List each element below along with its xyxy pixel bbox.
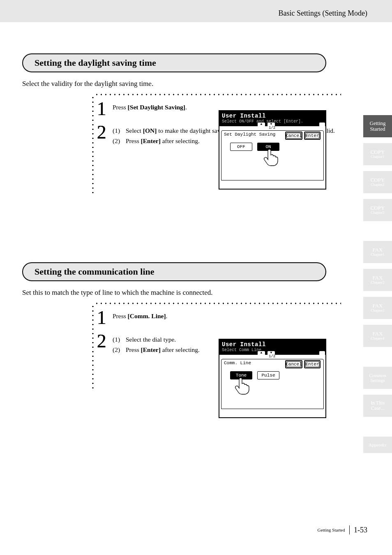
- t: Common: [363, 373, 392, 378]
- dots-vertical-2: [92, 304, 94, 391]
- heading-commline-text: Setting the communication line: [35, 266, 154, 277]
- t: Chapter4: [363, 337, 392, 341]
- step-1-bold: [Set Daylight Saving]: [128, 104, 185, 111]
- step-number-2: 2: [95, 124, 108, 146]
- t: Select: [126, 127, 143, 134]
- screenshot-daylight: User Install Select ON/OFF and select [E…: [219, 110, 326, 190]
- hand-icon-2: [233, 377, 250, 395]
- hand-icon: [262, 148, 279, 166]
- step-2a-num: (1): [113, 126, 124, 135]
- t: Chapter2: [363, 183, 392, 187]
- tab-spacer-2: [363, 353, 392, 367]
- tab-spacer: [363, 227, 392, 241]
- shot-tab-prev[interactable]: ▲: [257, 122, 265, 126]
- shot-title: User Install: [222, 113, 323, 119]
- t: [Enter]: [141, 346, 161, 353]
- t: Chapter1: [363, 155, 392, 159]
- t: Appendix: [363, 442, 392, 447]
- t: Chapter1: [363, 253, 392, 257]
- t: Case...: [363, 406, 392, 411]
- footer-divider: [349, 525, 350, 534]
- step-1b-body: Press [Comm. Line].: [113, 309, 341, 326]
- t: Chapter2: [363, 281, 392, 285]
- pulse-button[interactable]: Pulse: [257, 371, 279, 379]
- shot-page: 1/2: [269, 126, 275, 130]
- t: FAX: [363, 275, 392, 281]
- tab-common-settings[interactable]: CommonSettings: [363, 367, 392, 389]
- intro-commline: Set this to match the type of line to wh…: [22, 289, 326, 297]
- tab-fax-1[interactable]: FAXChapter1: [363, 241, 392, 263]
- t: .: [166, 312, 168, 319]
- page: Basic Settings (Setting Mode) Setting th…: [0, 0, 392, 555]
- page-footer: Getting Started 1-53: [318, 525, 367, 534]
- step-2b-num: (2): [113, 136, 124, 146]
- shot2-scroll-top[interactable]: [319, 351, 325, 355]
- tab-spacer-3: [363, 423, 392, 437]
- shot2-tab-prev[interactable]: ▲: [257, 351, 265, 355]
- step-2b-text: Press [Enter] after selecting.: [126, 136, 200, 146]
- step-1-prefix: Press: [113, 104, 128, 111]
- tab-in-this-case[interactable]: In ThisCase...: [363, 395, 392, 417]
- shot2-frame-label: Comm. Line: [224, 361, 251, 365]
- step-1b: 1 Press [Comm. Line].: [95, 309, 341, 326]
- t: Chapter3: [363, 211, 392, 215]
- t: FAX: [363, 331, 392, 337]
- dots-vertical: [92, 95, 94, 194]
- t: Started: [363, 126, 392, 132]
- heading-commline: Setting the communication line: [22, 262, 326, 281]
- enter-button[interactable]: Enter: [304, 132, 321, 140]
- section-daylight: Setting the daylight saving time Select …: [22, 53, 326, 153]
- step-number-1: 1: [95, 100, 108, 117]
- tab-getting-started[interactable]: Getting Started: [363, 115, 392, 137]
- tab-copy-1[interactable]: COPYChapter1: [363, 143, 392, 165]
- t: Select the dial type.: [126, 335, 176, 344]
- t: Press: [126, 346, 141, 353]
- dots-horizontal-2: [95, 303, 341, 304]
- cancel-button[interactable]: Cancel: [285, 132, 302, 140]
- enter-button-2[interactable]: Enter: [304, 360, 321, 368]
- tab-fax-3[interactable]: FAXChapter3: [363, 297, 392, 319]
- t: [ON]: [143, 127, 157, 134]
- shot-scroll-top[interactable]: [319, 122, 325, 126]
- t: Chapter3: [363, 309, 392, 313]
- tab-copy-3[interactable]: COPYChapter3: [363, 199, 392, 221]
- shot2-page: 1/2: [269, 354, 275, 358]
- t: Getting: [363, 120, 392, 126]
- footer-page: 1-53: [354, 526, 367, 534]
- tab-fax-2[interactable]: FAXChapter2: [363, 269, 392, 291]
- tab-appendix[interactable]: Appendix: [363, 437, 392, 453]
- t: FAX: [363, 247, 392, 253]
- section-commline: Setting the communication line Set this …: [22, 262, 326, 362]
- cancel-button-2[interactable]: Cancel: [285, 360, 302, 368]
- shot2-title: User Install: [222, 341, 323, 348]
- t: Press: [126, 137, 141, 144]
- side-tabs: Getting Started COPYChapter1 COPYChapter…: [363, 115, 392, 459]
- step-1-suffix: .: [185, 104, 187, 111]
- t: FAX: [363, 303, 392, 309]
- tab-copy-2[interactable]: COPYChapter2: [363, 171, 392, 193]
- off-button[interactable]: OFF: [230, 143, 252, 151]
- tab-fax-4[interactable]: FAXChapter4: [363, 325, 392, 347]
- t: [Comm. Line]: [128, 312, 166, 319]
- t: [Enter]: [141, 137, 161, 144]
- shot-frame-label: Set Daylight Saving: [224, 132, 275, 137]
- dots-horizontal: [95, 94, 341, 95]
- step-number-2b: 2: [95, 333, 108, 355]
- page-header: Basic Settings (Setting Mode): [0, 0, 392, 22]
- intro-daylight: Select the validity for the daylight sav…: [22, 80, 326, 88]
- t: Press: [113, 312, 128, 319]
- section-name: Basic Settings (Setting Mode): [279, 9, 367, 18]
- t: Press [Enter] after selecting.: [126, 345, 200, 354]
- t: Settings: [363, 378, 392, 383]
- shot-body: ▲ ▼ Set Daylight Saving 1/2 Cancel Enter…: [219, 126, 325, 189]
- t: (1): [113, 335, 124, 344]
- t: after selecting.: [161, 346, 200, 353]
- footer-label: Getting Started: [318, 527, 345, 532]
- t: COPY: [363, 177, 392, 183]
- t: (2): [113, 345, 124, 354]
- t: after selecting.: [161, 137, 200, 144]
- heading-daylight: Setting the daylight saving time: [22, 53, 326, 72]
- step-number-1b: 1: [95, 309, 108, 326]
- t: COPY: [363, 205, 392, 211]
- t: COPY: [363, 149, 392, 155]
